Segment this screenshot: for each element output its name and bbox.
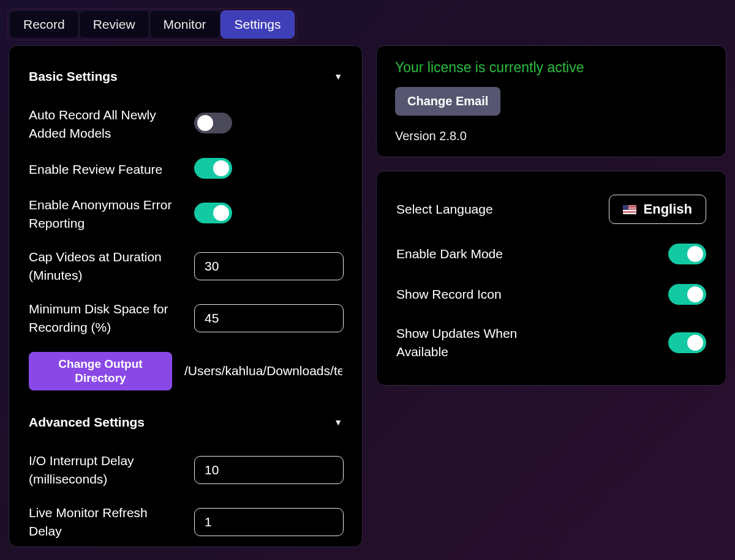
- advanced-settings-header[interactable]: Advanced Settings ▼: [28, 406, 344, 444]
- review-feature-label: Enable Review Feature: [29, 160, 182, 179]
- anon-error-toggle[interactable]: [194, 203, 232, 223]
- tab-settings[interactable]: Settings: [221, 10, 295, 39]
- review-feature-toggle[interactable]: [194, 158, 232, 179]
- monitor-refresh-input[interactable]: [194, 508, 344, 536]
- language-select[interactable]: English: [609, 195, 706, 224]
- updates-label: Show Updates When Available: [396, 324, 562, 362]
- cap-duration-label: Cap Videos at Duration (Minutes): [29, 248, 182, 285]
- flag-us-icon: [623, 205, 636, 214]
- chevron-down-icon: ▼: [334, 417, 342, 427]
- change-output-button[interactable]: Change Output Directory: [29, 352, 172, 391]
- anon-error-label: Enable Anonymous Error Reporting: [29, 196, 182, 233]
- dark-mode-label: Enable Dark Mode: [396, 245, 503, 263]
- io-delay-label: I/O Interrupt Delay (milliseconds): [29, 452, 182, 489]
- dark-mode-toggle[interactable]: [668, 244, 706, 264]
- min-disk-label: Minimum Disk Space for Recording (%): [29, 300, 182, 337]
- monitor-refresh-label: Live Monitor Refresh Delay: [29, 504, 182, 541]
- prefs-panel: Select Language English Enable Dark Mode…: [376, 171, 726, 386]
- auto-record-toggle[interactable]: [194, 113, 232, 133]
- record-icon-label: Show Record Icon: [396, 285, 502, 304]
- auto-record-label: Auto Record All Newly Added Models: [29, 106, 182, 143]
- tab-monitor[interactable]: Monitor: [149, 10, 221, 39]
- version-label: Version 2.8.0: [395, 116, 707, 143]
- chevron-down-icon: ▼: [334, 72, 342, 81]
- io-delay-input[interactable]: [194, 456, 344, 484]
- cap-duration-input[interactable]: [194, 252, 344, 280]
- language-label: Select Language: [396, 200, 493, 218]
- updates-toggle[interactable]: [668, 332, 706, 353]
- tab-bar: Record Review Monitor Settings: [7, 9, 296, 40]
- advanced-settings-title: Advanced Settings: [29, 415, 145, 430]
- min-disk-input[interactable]: [194, 304, 344, 332]
- tab-record[interactable]: Record: [9, 10, 79, 39]
- change-email-button[interactable]: Change Email: [395, 87, 500, 116]
- record-icon-toggle[interactable]: [668, 284, 706, 305]
- output-path: /Users/kahlua/Downloads/test: [184, 364, 342, 378]
- license-panel: Your license is currently active Change …: [376, 45, 726, 157]
- basic-settings-title: Basic Settings: [29, 69, 118, 84]
- language-value: English: [644, 201, 692, 217]
- basic-settings-header[interactable]: Basic Settings ▼: [28, 61, 344, 99]
- settings-panel: Basic Settings ▼ Auto Record All Newly A…: [9, 45, 363, 547]
- tab-review[interactable]: Review: [79, 10, 149, 39]
- license-status: Your license is currently active: [395, 59, 707, 87]
